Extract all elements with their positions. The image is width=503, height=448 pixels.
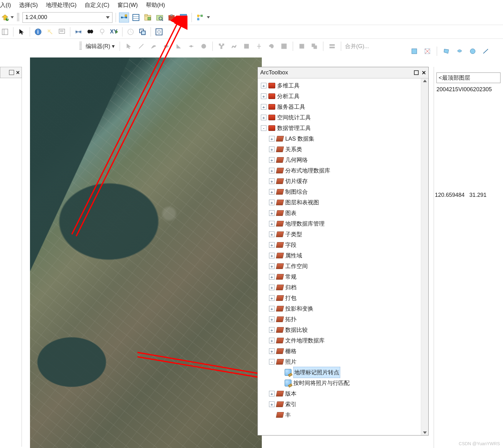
expand-icon[interactable]: + bbox=[269, 168, 275, 173]
layout-button[interactable] bbox=[0, 27, 10, 37]
select-by-polygon-button[interactable] bbox=[441, 46, 451, 56]
select-by-line-button[interactable] bbox=[481, 46, 491, 56]
tree-item[interactable]: -照片 bbox=[261, 356, 427, 367]
select-by-rect-button[interactable] bbox=[409, 46, 419, 56]
tree-item[interactable]: +子类型 bbox=[261, 229, 427, 240]
hyperlink-button[interactable] bbox=[45, 27, 55, 37]
close-icon[interactable]: × bbox=[16, 69, 20, 76]
identify-button[interactable]: i bbox=[33, 27, 43, 37]
tree-item[interactable]: +分析工具 bbox=[261, 91, 427, 102]
tree-item[interactable]: +工作空间 bbox=[261, 261, 427, 271]
tree-item[interactable]: +打包 bbox=[261, 293, 427, 303]
find-route-button[interactable] bbox=[97, 27, 107, 37]
edit-tool-button[interactable] bbox=[124, 41, 134, 51]
menu-select[interactable]: 选择(S) bbox=[19, 1, 38, 8]
collapse-icon[interactable]: - bbox=[269, 359, 275, 365]
tree-item[interactable]: +LAS 数据集 bbox=[261, 133, 427, 144]
tree-item[interactable]: +拓扑 bbox=[261, 314, 427, 325]
expand-icon[interactable]: + bbox=[269, 327, 275, 333]
tree-item[interactable]: +地理数据库管理 bbox=[261, 218, 427, 229]
python-button[interactable] bbox=[178, 12, 188, 22]
top-layer-field[interactable]: <最顶部图层 bbox=[436, 72, 501, 83]
tree-item[interactable]: +索引 bbox=[261, 399, 427, 410]
expand-icon[interactable]: + bbox=[269, 221, 275, 226]
expand-icon[interactable]: + bbox=[269, 157, 275, 163]
measure-button[interactable] bbox=[73, 27, 83, 37]
time-slider-button[interactable] bbox=[126, 27, 136, 37]
model-builder-button[interactable] bbox=[195, 12, 205, 22]
tree-item[interactable]: +字段 bbox=[261, 240, 427, 250]
tree-item[interactable]: +切片缓存 bbox=[261, 176, 427, 187]
expand-icon[interactable]: + bbox=[269, 147, 275, 152]
tree-item[interactable]: +图表 bbox=[261, 208, 427, 218]
expand-icon[interactable]: + bbox=[261, 115, 266, 120]
expand-icon[interactable]: + bbox=[269, 348, 275, 354]
tree-item[interactable]: +分布式地理数据库 bbox=[261, 165, 427, 176]
tree-item[interactable]: +关系类 bbox=[261, 144, 427, 155]
clear-selection-button[interactable] bbox=[422, 46, 432, 56]
scroll-down-icon[interactable] bbox=[423, 431, 427, 434]
expand-icon[interactable]: + bbox=[269, 306, 275, 311]
tree-item[interactable]: +文件地理数据库 bbox=[261, 335, 427, 346]
tree-item[interactable]: 地理标记照片转点 bbox=[261, 367, 427, 378]
catalog-button[interactable] bbox=[143, 12, 153, 22]
tree-item[interactable]: 按时间将照片与行匹配 bbox=[261, 378, 427, 388]
tree-item[interactable]: +常规 bbox=[261, 271, 427, 282]
html-popup-button[interactable] bbox=[57, 27, 67, 37]
select-by-circle-button[interactable] bbox=[468, 46, 478, 56]
tree-item[interactable]: +空间统计工具 bbox=[261, 112, 427, 123]
tree-item[interactable]: +几何网络 bbox=[261, 155, 427, 165]
go-to-xy-button[interactable]: XY bbox=[109, 27, 119, 37]
tree-item[interactable]: +图层和表视图 bbox=[261, 197, 427, 208]
expand-icon[interactable]: + bbox=[269, 136, 275, 142]
expand-icon[interactable]: + bbox=[261, 104, 266, 110]
tree-item[interactable]: 丰 bbox=[261, 410, 427, 420]
tree-item[interactable]: +数据比较 bbox=[261, 325, 427, 335]
tree-item[interactable]: +多维工具 bbox=[261, 80, 427, 91]
restore-icon[interactable] bbox=[9, 70, 14, 75]
expand-icon[interactable]: + bbox=[269, 231, 275, 237]
table-of-contents-button[interactable] bbox=[131, 12, 141, 22]
search-button[interactable] bbox=[155, 12, 165, 22]
dropdown-icon[interactable] bbox=[207, 16, 210, 18]
expand-icon[interactable]: + bbox=[269, 401, 275, 407]
restore-icon[interactable] bbox=[414, 70, 419, 75]
menu-window[interactable]: 窗口(W) bbox=[117, 1, 138, 8]
expand-icon[interactable]: + bbox=[269, 253, 275, 258]
menu-help[interactable]: 帮助(H) bbox=[146, 1, 165, 8]
find-button[interactable] bbox=[85, 27, 95, 37]
expand-icon[interactable]: + bbox=[269, 274, 275, 280]
tree-item[interactable]: +制图综合 bbox=[261, 187, 427, 197]
viewer-window-button[interactable] bbox=[154, 27, 164, 37]
editor-menu[interactable]: 编辑器(R) ▾ bbox=[86, 42, 116, 50]
tree-item[interactable]: +栅格 bbox=[261, 346, 427, 356]
expand-icon[interactable]: + bbox=[269, 338, 275, 343]
tree-item[interactable]: +服务器工具 bbox=[261, 102, 427, 112]
arctoolbox-button[interactable] bbox=[167, 12, 177, 22]
scale-combo[interactable]: 1:24,000 bbox=[22, 12, 112, 23]
expand-icon[interactable]: + bbox=[269, 285, 275, 290]
tree-item[interactable]: -数据管理工具 bbox=[261, 123, 427, 133]
collapse-icon[interactable]: - bbox=[261, 125, 266, 131]
add-data-button[interactable]: + bbox=[0, 12, 10, 22]
toolbox-tree[interactable]: +多维工具+分析工具+服务器工具+空间统计工具-数据管理工具+LAS 数据集+关… bbox=[258, 78, 428, 422]
select-elements-button[interactable] bbox=[17, 27, 27, 37]
editor-toolbar-button[interactable] bbox=[119, 12, 129, 22]
menu-geoprocessing[interactable]: 地理处理(G) bbox=[46, 1, 77, 8]
expand-icon[interactable]: + bbox=[269, 263, 275, 269]
scrollbar[interactable] bbox=[421, 78, 428, 435]
tree-item[interactable]: +属性域 bbox=[261, 250, 427, 261]
expand-icon[interactable]: + bbox=[269, 242, 275, 248]
expand-icon[interactable]: + bbox=[269, 316, 275, 322]
expand-icon[interactable]: + bbox=[269, 295, 275, 301]
expand-icon[interactable]: + bbox=[261, 83, 266, 88]
tree-item[interactable]: +归档 bbox=[261, 282, 427, 293]
expand-icon[interactable]: + bbox=[269, 391, 275, 396]
menu-customize[interactable]: 自定义(C) bbox=[85, 1, 109, 8]
map-view[interactable] bbox=[30, 57, 262, 448]
expand-icon[interactable]: + bbox=[269, 189, 275, 195]
add-data-dropdown[interactable] bbox=[11, 16, 14, 18]
menu-insert[interactable]: 入(I) bbox=[0, 1, 11, 8]
create-viewer-button[interactable] bbox=[137, 27, 147, 37]
close-icon[interactable]: × bbox=[422, 69, 426, 77]
